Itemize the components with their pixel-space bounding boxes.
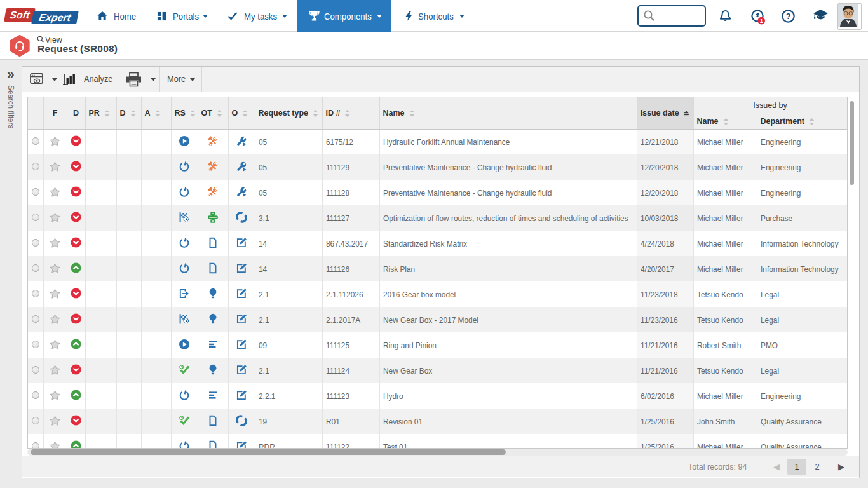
svg-text:?: ? xyxy=(786,12,791,21)
svg-text:1: 1 xyxy=(760,18,763,24)
